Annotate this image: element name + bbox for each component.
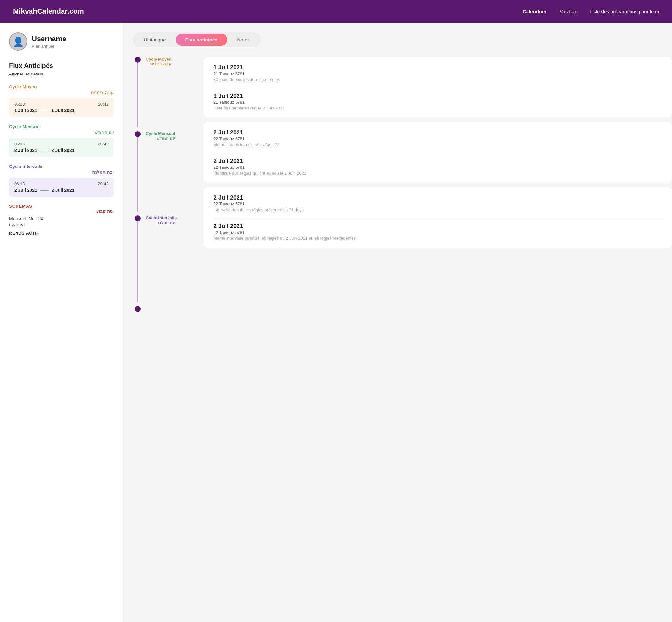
cycle-moyen-time-end: 20:42 xyxy=(98,102,108,107)
tl-label-moyen-fr: Cycle Moyen xyxy=(146,57,171,62)
cycle-mensuel-date-start: 2 Juil 2021 xyxy=(14,148,37,153)
card-mensuel-desc-1: Moment dans le mois hébraïque 22 xyxy=(213,142,663,147)
cycle-intervalle-time-start: 06:13 xyxy=(14,181,25,186)
tab-notes[interactable]: Notes xyxy=(228,34,260,46)
avatar: 👤 xyxy=(9,32,27,50)
cycle-intervalle-card: 06:13 20:42 2 Juil 2021 —— 2 Juil 2021 xyxy=(9,177,114,197)
tl-line-mensuel xyxy=(133,131,142,212)
cycle-mensuel-times: 06:13 20:42 xyxy=(14,142,108,146)
schemas-title-fr: SCHÉMAS xyxy=(9,204,114,209)
cycle-intervalle-arrow: —— xyxy=(40,187,49,193)
timeline-right: 1 Juil 2021 21 Tamouz 5781 30 jours depu… xyxy=(204,57,672,312)
tl-label-moyen: Cycle Moyen עונה בינונית xyxy=(142,57,171,66)
card-moyen-item-1: 1 Juil 2021 21 Tamouz 5781 30 jours depu… xyxy=(213,64,663,82)
card-mensuel: 2 Juil 2021 22 Tamouz 5781 Moment dans l… xyxy=(204,122,672,183)
user-plan: Plan annuel xyxy=(32,44,66,48)
cycle-moyen-label-fr: Cycle Moyen xyxy=(9,84,114,90)
user-section: 👤 Username Plan annuel xyxy=(9,32,114,50)
cycle-mensuel-dates: 2 Juil 2021 —— 2 Juil 2021 xyxy=(14,148,108,153)
timeline-entry-intervalle: Cycle Intervalle וסת הפלגה xyxy=(133,215,204,306)
schemas-title-he: וסת קבוע xyxy=(9,209,114,213)
tl-dot-intervalle xyxy=(135,215,141,221)
card-mensuel-item-1: 2 Juil 2021 22 Tamouz 5781 Moment dans l… xyxy=(213,129,663,147)
schemas-section: SCHÉMAS וסת קבוע Mensuel: Nuit 24 LATENT… xyxy=(9,204,114,236)
tab-historique[interactable]: Historique xyxy=(134,34,176,46)
cycle-intervalle-label-he: וסת הפלגה xyxy=(9,170,114,175)
tl-label-mensuel: Cycle Mensuel יום החודש xyxy=(142,131,175,141)
page-layout: 👤 Username Plan annuel Flux Anticipés Af… xyxy=(0,23,672,622)
cycle-moyen-date-start: 1 Juil 2021 xyxy=(14,108,37,113)
cycle-intervalle-group: Cycle Intervalle וסת הפלגה 06:13 20:42 2… xyxy=(9,164,114,197)
tl-label-mensuel-he: יום החודש xyxy=(146,136,175,141)
card-moyen: 1 Juil 2021 21 Tamouz 5781 30 jours depu… xyxy=(204,57,672,118)
timeline-entry-mensuel: Cycle Mensuel יום החודש xyxy=(133,131,204,215)
card-moyen-date-1: 1 Juil 2021 xyxy=(213,64,663,71)
cycle-intervalle-label-fr: Cycle Intervalle xyxy=(9,164,114,169)
card-moyen-item-2: 1 Juil 2021 21 Tamouz 5781 Date des dern… xyxy=(213,93,663,110)
cycle-moyen-card: 06:13 20:42 1 Juil 2021 —— 1 Juil 2021 xyxy=(9,98,114,117)
card-intervalle-desc-2: Même intervalle qu'entre les règles du 2… xyxy=(213,236,663,241)
card-intervalle-divider xyxy=(213,218,663,218)
cycle-moyen-group: Cycle Moyen עונה בינונית 06:13 20:42 1 J… xyxy=(9,84,114,117)
tl-bar-moyen xyxy=(137,63,138,127)
cycle-mensuel-card: 06:13 20:42 2 Juil 2021 —— 2 Juil 2021 xyxy=(9,138,114,157)
main-content: Historique Flux anticipés Notes Cycle Mo… xyxy=(123,23,672,622)
tl-label-intervalle-fr: Cycle Intervalle xyxy=(146,215,177,220)
tl-label-mensuel-fr: Cycle Mensuel xyxy=(146,131,175,136)
tl-bar-mensuel xyxy=(137,137,138,212)
cycle-mensuel-arrow: —— xyxy=(40,148,49,153)
schemas-action-link[interactable]: RENDS ACTIF xyxy=(9,231,39,236)
card-intervalle: 2 Juil 2021 22 Tamouz 5781 Intervalle de… xyxy=(204,187,672,248)
card-mensuel-heb-1: 22 Tamouz 5781 xyxy=(213,136,663,141)
cycle-mensuel-label-he: יום החודש xyxy=(9,130,114,135)
card-moyen-heb-2: 21 Tamouz 5781 xyxy=(213,100,663,105)
cycle-mensuel-time-start: 06:13 xyxy=(14,142,25,146)
card-intervalle-item-1: 2 Juil 2021 22 Tamouz 5781 Intervalle de… xyxy=(213,195,663,212)
timeline-entry-bottom xyxy=(133,306,204,312)
nav-calendrier[interactable]: Calendrier xyxy=(523,9,547,14)
cycle-moyen-arrow: —— xyxy=(40,108,49,113)
card-mensuel-item-2: 2 Juil 2021 22 Tamouz 5781 Identique aux… xyxy=(213,158,663,176)
tl-dot-bottom xyxy=(135,306,141,312)
tab-flux-anticipes[interactable]: Flux anticipés xyxy=(176,34,228,46)
cycle-moyen-times: 06:13 20:42 xyxy=(14,102,108,107)
card-moyen-divider xyxy=(213,88,663,88)
cycle-moyen-label-he: עונה בינונית xyxy=(9,90,114,95)
card-mensuel-date-1: 2 Juil 2021 xyxy=(213,129,663,136)
card-intervalle-date-1: 2 Juil 2021 xyxy=(213,195,663,201)
card-mensuel-date-2: 2 Juil 2021 xyxy=(213,158,663,165)
tl-bar-intervalle xyxy=(137,221,138,302)
card-intervalle-date-2: 2 Juil 2021 xyxy=(213,223,663,230)
cycle-mensuel-date-end: 2 Juil 2021 xyxy=(52,148,74,153)
cycle-mensuel-group: Cycle Mensuel יום החודש 06:13 20:42 2 Ju… xyxy=(9,124,114,157)
tl-label-intervalle-he: וסת הפלגה xyxy=(146,220,177,225)
nav-preparations[interactable]: Liste des préparations pour le m xyxy=(590,9,659,14)
card-moyen-heb-1: 21 Tamouz 5781 xyxy=(213,71,663,76)
card-intervalle-desc-1: Intervalle depuis les règles précédentes… xyxy=(213,207,663,212)
cycle-intervalle-times: 06:13 20:42 xyxy=(14,181,108,186)
cycle-moyen-time-start: 06:13 xyxy=(14,102,25,107)
timeline-entry-moyen: Cycle Moyen עונה בינונית xyxy=(133,57,204,131)
card-moyen-desc-2: Date des dernières règles 2 Juin 2021 xyxy=(213,106,663,110)
card-mensuel-desc-2: Identique aux règles qui ont eu lieu le … xyxy=(213,171,663,176)
card-mensuel-divider xyxy=(213,153,663,153)
navbar: MikvahCalendar.com Calendrier Vos flux L… xyxy=(0,0,672,23)
tl-dot-mensuel xyxy=(135,131,141,137)
cycle-intervalle-dates: 2 Juil 2021 —— 2 Juil 2021 xyxy=(14,187,108,193)
nav-vos-flux[interactable]: Vos flux xyxy=(560,9,577,14)
tl-dot-moyen xyxy=(135,57,141,63)
cycle-intervalle-date-end: 2 Juil 2021 xyxy=(52,187,74,193)
card-moyen-desc-1: 30 jours depuis les dernières règles xyxy=(213,77,663,82)
sidebar-section-title: Flux Anticipés xyxy=(9,62,114,70)
tabs-bar: Historique Flux anticipés Notes xyxy=(133,32,261,47)
tl-label-intervalle: Cycle Intervalle וסת הפלגה xyxy=(142,215,177,225)
timeline: Cycle Moyen עונה בינונית Cycle Mensuel י… xyxy=(133,57,672,312)
sidebar: 👤 Username Plan annuel Flux Anticipés Af… xyxy=(0,23,123,622)
user-info: Username Plan annuel xyxy=(32,35,66,48)
cycle-mensuel-time-end: 20:42 xyxy=(98,142,108,146)
tl-line-moyen xyxy=(133,57,142,127)
cycle-intervalle-date-start: 2 Juil 2021 xyxy=(14,187,37,193)
tl-line-intervalle xyxy=(133,215,142,302)
schemas-latent: LATENT xyxy=(9,222,114,228)
sidebar-details-link[interactable]: Afficher les détails xyxy=(9,72,43,76)
